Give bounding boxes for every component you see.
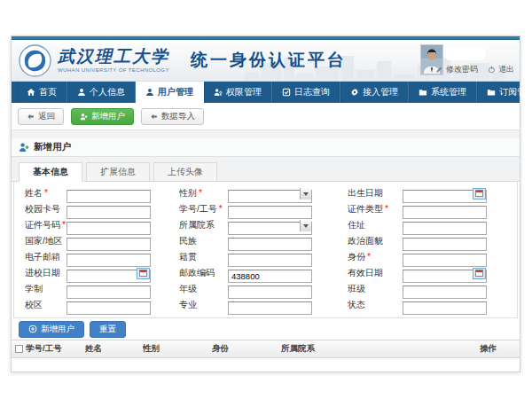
field-campus-card: [66, 203, 151, 216]
nav-tab-permission-mgmt[interactable]: 权限管理: [204, 82, 272, 103]
dropdown-arrow-icon[interactable]: [300, 220, 311, 231]
class-input[interactable]: [403, 286, 487, 299]
form-actions: 新增用户 重置: [12, 318, 520, 340]
nav-tab-access-mgmt[interactable]: 接入管理: [340, 82, 409, 103]
tab-upload-avatar[interactable]: 上传头像: [153, 162, 217, 181]
user-icon: [77, 88, 86, 97]
data-import-button[interactable]: 数据导入: [141, 108, 204, 125]
select-all-checkbox[interactable]: [15, 345, 23, 353]
field-label-name: 姓名*: [25, 187, 66, 200]
field-label-political-status: 政治面貌: [348, 235, 403, 247]
native-place-input[interactable]: [228, 254, 312, 267]
id-number-input[interactable]: [66, 222, 151, 235]
university-name-block: 武汉理工大学 WUHAN UNIVERSITY OF TECHNOLOGY: [58, 48, 169, 73]
form-row: 证件号码*所属院系住址: [14, 217, 517, 233]
add-user-toolbar-button[interactable]: 新增用户: [71, 108, 134, 125]
field-student-id: [228, 203, 312, 216]
field-label-native-place: 籍贯: [179, 251, 228, 263]
nav-tab-subscription-mgmt[interactable]: 订阅管理: [477, 82, 532, 103]
campus-input[interactable]: [66, 301, 151, 315]
field-campus: [66, 299, 151, 312]
required-star: *: [62, 220, 66, 230]
logout-link[interactable]: 退出: [488, 64, 514, 75]
field-label-campus: 校区: [25, 299, 66, 311]
status-input[interactable]: [403, 301, 487, 315]
permission-icon: [214, 88, 223, 97]
field-label-gender: 性别*: [179, 187, 228, 200]
field-label-schooling-length: 学制: [25, 283, 66, 295]
field-label-campus-card: 校园卡号: [25, 203, 66, 215]
form-row: 进校日期邮政编码有效日期: [14, 265, 517, 281]
field-label-country-region: 国家/地区: [25, 235, 66, 247]
user-plus-icon: [19, 142, 29, 153]
table-header-cell: 所属院系: [281, 343, 480, 355]
form-row: 电子邮箱籍贯身份*: [14, 249, 517, 265]
campus-card-input[interactable]: [66, 206, 151, 219]
ethnicity-input[interactable]: [228, 238, 312, 251]
tab-extended-info[interactable]: 扩展信息: [86, 162, 150, 181]
required-star: *: [385, 204, 388, 214]
table-header-cell: 身份: [212, 343, 281, 355]
field-label-status: 状态: [348, 299, 403, 311]
field-class: [403, 283, 487, 296]
plus-circle-icon: [28, 325, 37, 333]
home-icon: [27, 88, 35, 97]
field-gender: [228, 187, 312, 200]
postal-code-input[interactable]: [228, 270, 312, 283]
field-email: [66, 251, 151, 264]
field-label-id-number: 证件号码*: [25, 219, 66, 231]
id-type-input[interactable]: [403, 206, 487, 219]
calendar-icon[interactable]: [137, 268, 150, 279]
field-address: [403, 219, 487, 232]
form-row: 校区专业状态: [14, 297, 517, 313]
form-tabstrip: 基本信息扩展信息上传头像: [12, 157, 520, 182]
country-region-input[interactable]: [66, 238, 151, 251]
reset-button[interactable]: 重置: [90, 321, 126, 338]
field-label-valid-date: 有效日期: [348, 267, 403, 279]
form-row: 国家/地区民族政治面貌: [14, 233, 517, 249]
cloud-graphic: [443, 47, 486, 60]
field-label-address: 住址: [348, 219, 403, 231]
nav-tab-home[interactable]: 首页: [17, 82, 67, 103]
calendar-icon[interactable]: [473, 268, 486, 279]
schooling-length-input[interactable]: [66, 286, 151, 299]
app-window: 武汉理工大学 WUHAN UNIVERSITY OF TECHNOLOGY 统一…: [11, 35, 520, 372]
field-label-major: 专业: [179, 299, 228, 311]
university-name-cn: 武汉理工大学: [58, 48, 169, 65]
toolbar: 返回 新增用户 数据导入: [12, 103, 520, 130]
name-input[interactable]: [66, 190, 151, 203]
user-plus-icon: [80, 113, 88, 121]
identity-input[interactable]: [403, 254, 487, 267]
form-row: 校园卡号学号/工号*证件类型*: [14, 201, 517, 217]
field-label-department: 所属院系: [179, 219, 228, 231]
tab-basic-info[interactable]: 基本信息: [19, 162, 82, 182]
field-label-student-id: 学号/工号*: [179, 203, 228, 215]
nav-tab-system-mgmt[interactable]: 系统管理: [409, 82, 477, 103]
arrow-left-icon: [27, 113, 35, 121]
political-status-input[interactable]: [403, 238, 487, 251]
field-label-identity: 身份*: [348, 251, 403, 263]
address-input[interactable]: [403, 222, 487, 235]
grade-input[interactable]: [228, 286, 312, 299]
submit-add-user-button[interactable]: 新增用户: [19, 321, 84, 338]
calendar-icon[interactable]: [473, 188, 486, 200]
nav-tab-log-query[interactable]: 日志查询: [272, 82, 340, 103]
field-native-place: [228, 251, 312, 264]
field-label-grade: 年级: [179, 283, 228, 295]
nav-tab-user-mgmt[interactable]: 用户管理: [136, 82, 204, 103]
email-input[interactable]: [66, 254, 151, 267]
change-password-link[interactable]: 修改密码: [435, 64, 478, 75]
dropdown-arrow-icon[interactable]: [300, 188, 311, 200]
back-button[interactable]: 返回: [18, 108, 64, 125]
user-icon: [145, 88, 154, 97]
major-input[interactable]: [228, 301, 312, 315]
university-logo-icon: [19, 44, 51, 77]
student-id-input[interactable]: [228, 206, 312, 219]
gear-icon: [350, 88, 359, 97]
required-star: *: [44, 188, 48, 198]
field-entry-date: [66, 267, 151, 280]
checkbox-cell: [12, 345, 26, 353]
field-id-number: [66, 219, 151, 232]
field-political-status: [403, 235, 487, 248]
nav-tab-profile[interactable]: 个人信息: [67, 82, 136, 103]
